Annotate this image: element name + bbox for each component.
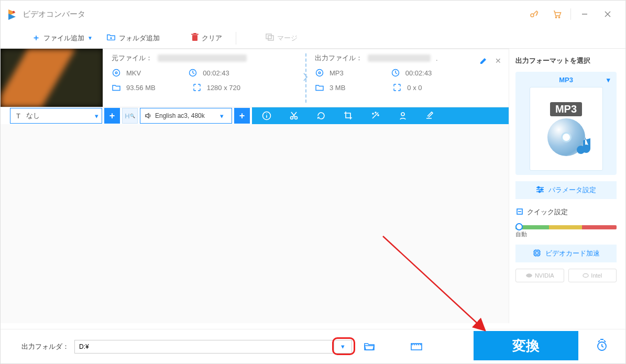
add-file-label: ファイル追加 bbox=[43, 34, 84, 43]
svg-rect-11 bbox=[268, 36, 273, 40]
rotate-icon[interactable] bbox=[316, 111, 326, 121]
chevron-down-icon[interactable]: ▼ bbox=[87, 35, 93, 41]
subtitle-search-button[interactable]: H🔍 bbox=[122, 108, 138, 124]
sidebar-title: 出力フォーマットを選択 bbox=[515, 56, 617, 65]
add-folder-button[interactable]: フォルダ追加 bbox=[101, 31, 165, 45]
plus-icon: ＋ bbox=[32, 32, 40, 43]
output-path-dropdown[interactable]: ▾ bbox=[334, 340, 352, 353]
merge-button: マージ bbox=[260, 31, 303, 45]
svg-point-21 bbox=[372, 113, 374, 114]
svg-point-26 bbox=[541, 189, 542, 190]
audio-select[interactable]: ▾ bbox=[140, 108, 232, 124]
clock-icon bbox=[391, 68, 400, 78]
dimensions-icon bbox=[192, 83, 202, 92]
main-content: 元ファイル： MKV 00:02:43 93.56 MB 1280 x 720 bbox=[1, 49, 625, 323]
bottom-bar: 出力フォルダ： ▾ 変換 bbox=[1, 329, 625, 363]
info-icon[interactable] bbox=[261, 111, 272, 121]
quick-settings-toggle[interactable]: クイック設定 bbox=[515, 205, 617, 219]
output-duration: 00:02:43 bbox=[405, 69, 432, 77]
folder-icon bbox=[112, 83, 121, 92]
source-duration: 00:02:43 bbox=[203, 69, 229, 77]
sliders-icon bbox=[536, 186, 544, 195]
file-list-empty bbox=[1, 124, 509, 323]
svg-point-2 bbox=[555, 17, 556, 18]
clear-label: クリア bbox=[202, 34, 222, 43]
disc-icon bbox=[315, 68, 324, 78]
quick-settings-label: クイック設定 bbox=[527, 207, 568, 217]
svg-point-1 bbox=[531, 14, 534, 17]
add-audio-button[interactable]: + bbox=[234, 108, 250, 124]
output-file-label: 出力ファイル： bbox=[315, 53, 363, 63]
mp3-badge: MP3 bbox=[550, 102, 582, 116]
watermark-icon[interactable] bbox=[398, 111, 408, 121]
output-info: 出力ファイル： . MP3 00:02:43 3 MB 0 x 0 bbox=[306, 53, 509, 103]
output-size: 3 MB bbox=[330, 84, 345, 92]
key-icon[interactable] bbox=[522, 4, 545, 25]
audio-value bbox=[155, 112, 218, 119]
svg-rect-10 bbox=[266, 34, 271, 39]
format-name: MP3 bbox=[559, 76, 573, 84]
subtitle-edit-icon[interactable] bbox=[425, 111, 435, 121]
svg-rect-9 bbox=[193, 33, 196, 34]
cart-icon[interactable] bbox=[545, 4, 568, 25]
add-file-button[interactable]: ＋ ファイル追加 ▼ bbox=[27, 30, 98, 46]
svg-rect-7 bbox=[192, 35, 197, 41]
svg-point-24 bbox=[401, 113, 404, 116]
subtitle-select[interactable]: T なし ▾ bbox=[10, 108, 102, 124]
convert-label: 変換 bbox=[512, 337, 540, 355]
sidebar: 出力フォーマットを選択 MP3 ▾ MP3 パラメータ設定 bbox=[509, 49, 623, 323]
gpu-accel-button[interactable]: ビデオカード加速 bbox=[515, 245, 617, 262]
trash-icon bbox=[191, 33, 199, 43]
svg-point-16 bbox=[319, 72, 321, 74]
output-format: MP3 bbox=[330, 69, 344, 77]
effects-icon[interactable] bbox=[370, 111, 381, 121]
svg-point-20 bbox=[295, 117, 298, 119]
cut-icon[interactable] bbox=[289, 111, 299, 121]
svg-point-0 bbox=[13, 11, 15, 13]
add-subtitle-button[interactable]: + bbox=[104, 108, 120, 124]
subtitle-value: なし bbox=[26, 111, 40, 120]
output-path-input[interactable] bbox=[75, 343, 334, 350]
crop-icon[interactable] bbox=[343, 111, 354, 121]
track-toolbar: T なし ▾ + H🔍 ▾ + bbox=[1, 107, 509, 124]
video-thumbnail[interactable] bbox=[1, 49, 103, 107]
film-icon[interactable] bbox=[409, 339, 424, 355]
param-settings-label: パラメータ設定 bbox=[548, 185, 596, 195]
parameter-settings-button[interactable]: パラメータ設定 bbox=[515, 181, 617, 199]
file-row[interactable]: 元ファイル： MKV 00:02:43 93.56 MB 1280 x 720 bbox=[1, 49, 509, 107]
edit-icon[interactable] bbox=[479, 57, 488, 67]
quality-slider[interactable]: 自動 bbox=[515, 225, 617, 238]
remove-icon[interactable]: ✕ bbox=[495, 57, 501, 65]
folder-icon bbox=[315, 83, 324, 92]
svg-point-23 bbox=[378, 115, 379, 116]
output-path-field[interactable]: ▾ bbox=[74, 340, 352, 354]
source-info: 元ファイル： MKV 00:02:43 93.56 MB 1280 x 720 bbox=[103, 53, 306, 103]
chevron-down-icon: ▾ bbox=[95, 112, 98, 120]
close-button[interactable] bbox=[596, 4, 619, 25]
clock-icon bbox=[188, 68, 197, 78]
merge-icon bbox=[266, 34, 274, 42]
intel-badge: Intel bbox=[568, 269, 617, 282]
svg-point-32 bbox=[583, 274, 588, 278]
titlebar: ビデオコンバータ bbox=[1, 1, 625, 28]
gpu-accel-label: ビデオカード加速 bbox=[545, 249, 600, 258]
app-title: ビデオコンバータ bbox=[23, 9, 85, 19]
output-format-card[interactable]: MP3 ▾ MP3 bbox=[515, 72, 617, 175]
convert-button[interactable]: 変換 bbox=[474, 331, 578, 360]
merge-label: マージ bbox=[277, 34, 298, 43]
svg-point-13 bbox=[115, 72, 117, 74]
open-folder-button[interactable] bbox=[361, 339, 377, 355]
output-resolution: 0 x 0 bbox=[407, 84, 422, 92]
minimize-button[interactable] bbox=[573, 4, 596, 25]
svg-point-22 bbox=[375, 112, 376, 113]
source-file-label: 元ファイル： bbox=[112, 53, 152, 63]
chevron-down-icon[interactable]: ▾ bbox=[607, 76, 610, 84]
nvidia-badge: NVIDIA bbox=[515, 269, 564, 282]
svg-rect-30 bbox=[534, 250, 540, 256]
svg-point-27 bbox=[539, 191, 540, 192]
clear-button[interactable]: クリア bbox=[186, 31, 227, 45]
source-size: 93.56 MB bbox=[126, 84, 156, 92]
schedule-icon[interactable] bbox=[593, 336, 611, 354]
source-filename bbox=[158, 54, 247, 62]
toolbar: ＋ ファイル追加 ▼ フォルダ追加 クリア マージ bbox=[1, 28, 625, 49]
